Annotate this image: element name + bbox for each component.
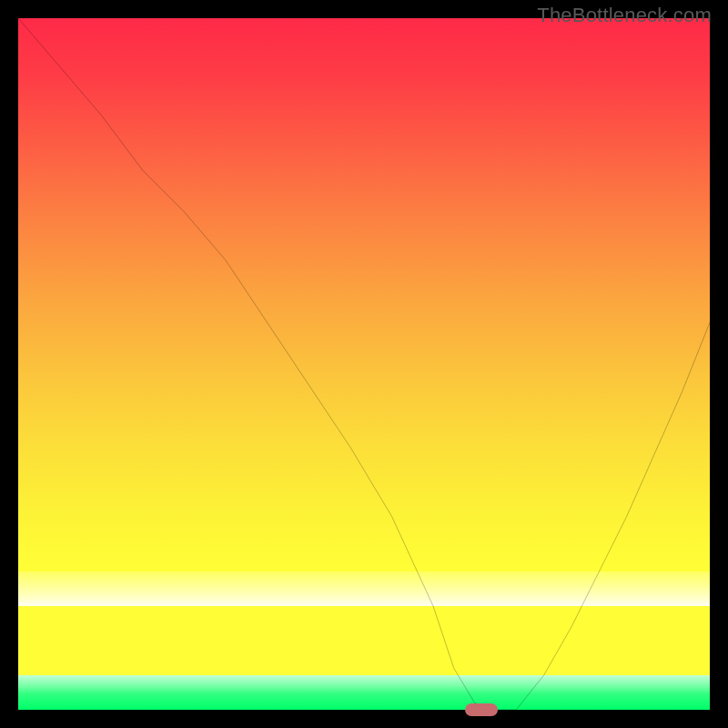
optimal-marker bbox=[465, 703, 498, 716]
chart-frame: TheBottleneck.com bbox=[0, 0, 728, 728]
curve-path bbox=[18, 18, 710, 710]
watermark-text: TheBottleneck.com bbox=[537, 4, 712, 27]
bottleneck-curve bbox=[18, 18, 710, 710]
plot-area bbox=[18, 18, 710, 710]
